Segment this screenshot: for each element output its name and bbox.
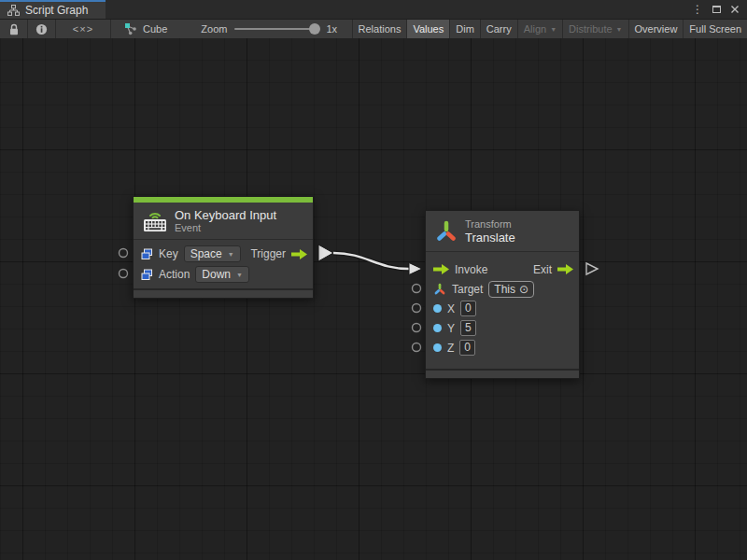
port-x[interactable] xyxy=(413,304,421,313)
script-graph-asset-icon xyxy=(124,22,137,35)
x-port-row: X 0 xyxy=(426,299,579,318)
graph-target[interactable]: Cube xyxy=(111,20,176,38)
titlebar: Script Graph ⋮ xyxy=(0,0,747,20)
info-button[interactable] xyxy=(28,20,56,38)
key-dropdown[interactable]: Space ▼ xyxy=(184,245,241,262)
node-header[interactable]: On Keyboard Input Event xyxy=(134,203,313,240)
float-port-icon xyxy=(433,324,442,332)
port-action[interactable] xyxy=(120,270,128,278)
node-title: On Keyboard Input xyxy=(175,208,276,222)
trigger-flow-arrow-icon[interactable] xyxy=(291,249,307,259)
carry-button[interactable]: Carry xyxy=(480,20,517,38)
zoom-slider-knob[interactable] xyxy=(309,23,320,35)
chevron-down-icon: ▼ xyxy=(228,251,234,258)
port-z[interactable] xyxy=(413,343,421,352)
invoke-flow-arrow-icon[interactable] xyxy=(433,264,449,274)
zoom-control: Zoom 1x xyxy=(176,20,345,38)
x-value-field[interactable]: 0 xyxy=(460,301,476,316)
z-value-field[interactable]: 0 xyxy=(459,340,475,356)
key-port-label: Key xyxy=(159,247,178,260)
target-port-label: Target xyxy=(452,283,483,296)
exit-port-label: Exit xyxy=(533,263,552,276)
connection-end-arrow xyxy=(409,263,422,275)
y-value-field[interactable]: 5 xyxy=(460,320,476,336)
tab-script-graph[interactable]: Script Graph xyxy=(0,0,106,19)
node-footer xyxy=(426,369,579,378)
zoom-slider[interactable] xyxy=(234,28,318,30)
graph-canvas[interactable]: On Keyboard Input Event Key Space ▼ Trig… xyxy=(0,38,747,560)
tab-title: Script Graph xyxy=(25,4,88,17)
zoom-value: 1x xyxy=(326,23,337,35)
transform-icon xyxy=(435,219,458,244)
script-graph-tab-icon xyxy=(7,5,20,16)
transform-mini-icon xyxy=(433,283,446,296)
connection-start-arrow xyxy=(318,245,333,261)
value-input-icon xyxy=(141,269,153,281)
action-port-row: Action Down ▼ xyxy=(134,264,313,285)
node-header[interactable]: Transform Translate xyxy=(426,211,579,252)
key-port-row: Key Space ▼ Trigger xyxy=(134,244,313,264)
y-port-label: Y xyxy=(447,322,455,335)
z-port-label: Z xyxy=(447,342,454,355)
connection-trigger-to-invoke[interactable] xyxy=(318,245,422,275)
action-dropdown[interactable]: Down ▼ xyxy=(195,266,249,283)
chevron-down-icon: ▼ xyxy=(616,26,623,33)
invoke-port-label: Invoke xyxy=(455,263,487,276)
values-button[interactable]: Values xyxy=(406,20,449,38)
port-key[interactable] xyxy=(120,249,128,258)
node-transform-translate[interactable]: Transform Translate Invoke Exit xyxy=(425,210,580,379)
chevron-down-icon: ▼ xyxy=(550,26,557,33)
exit-port-triangle[interactable] xyxy=(586,263,598,274)
align-button[interactable]: Align ▼ xyxy=(517,20,562,38)
target-port-row: Target This ⊙ xyxy=(426,279,579,299)
z-port-row: Z 0 xyxy=(426,338,579,357)
port-target[interactable] xyxy=(413,285,421,293)
dim-button[interactable]: Dim xyxy=(449,20,480,38)
overview-button[interactable]: Overview xyxy=(628,20,684,38)
window-menu-icon[interactable]: ⋮ xyxy=(692,4,703,15)
invoke-port-row: Invoke Exit xyxy=(426,259,579,279)
graph-target-label: Cube xyxy=(143,23,167,35)
port-y[interactable] xyxy=(413,324,421,332)
float-port-icon xyxy=(433,304,442,313)
object-picker-icon[interactable]: ⊙ xyxy=(519,284,529,295)
action-port-label: Action xyxy=(159,268,190,281)
exit-flow-arrow-icon[interactable] xyxy=(557,264,573,274)
info-icon xyxy=(35,23,48,35)
node-title: Translate xyxy=(465,231,515,245)
node-footer xyxy=(134,288,313,298)
trigger-port-label: Trigger xyxy=(250,247,286,260)
code-icon: <×> xyxy=(73,23,93,35)
maximize-icon[interactable] xyxy=(712,6,721,13)
x-port-label: X xyxy=(447,302,455,315)
chevron-down-icon: ▼ xyxy=(236,272,243,278)
lock-icon xyxy=(8,23,20,35)
keyboard-icon xyxy=(143,210,167,232)
wires-layer xyxy=(0,38,747,560)
node-category: Transform xyxy=(465,218,515,231)
y-port-row: Y 5 xyxy=(426,318,579,338)
target-object-button[interactable]: This ⊙ xyxy=(488,281,534,298)
float-port-icon xyxy=(433,343,442,352)
zoom-label: Zoom xyxy=(201,23,227,35)
lock-button[interactable] xyxy=(0,20,28,38)
distribute-button[interactable]: Distribute ▼ xyxy=(562,20,627,38)
close-icon[interactable] xyxy=(730,5,740,14)
graph-toolbar: <×> Cube Zoom 1x Relations Values Dim Ca… xyxy=(0,20,747,38)
node-subtitle: Event xyxy=(175,222,276,234)
edit-graph-button[interactable]: <×> xyxy=(56,20,111,38)
value-input-icon xyxy=(141,248,153,260)
relations-button[interactable]: Relations xyxy=(352,20,407,38)
node-on-keyboard-input[interactable]: On Keyboard Input Event Key Space ▼ Trig… xyxy=(133,196,314,299)
full-screen-button[interactable]: Full Screen xyxy=(683,20,747,38)
